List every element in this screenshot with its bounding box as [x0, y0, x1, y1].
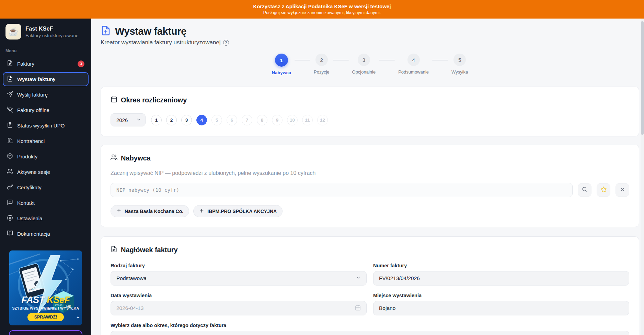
sidebar-item-label: Kontakt	[17, 200, 35, 206]
favorite-button[interactable]	[597, 183, 610, 197]
okres-label: Wybierz datę albo okres, którego dotyczy…	[111, 323, 629, 328]
sidebar-item-produkty[interactable]: Produkty	[3, 149, 89, 164]
sidebar-item-label: Faktury offline	[17, 107, 49, 113]
vertical-scrollbar[interactable]	[641, 19, 644, 335]
plus-icon	[199, 208, 204, 214]
sidebar-item-label: Aktywne sesje	[17, 169, 50, 175]
month-button-3[interactable]: 3	[181, 115, 192, 125]
favorite-buyer-chip[interactable]: Nasza Basia Kochana Co.	[111, 205, 189, 217]
app-name: Fast KSeF	[25, 25, 79, 32]
building-icon	[7, 137, 13, 145]
page-title: Wystaw fakturę	[115, 26, 186, 37]
sidebar-item-label: Dokumentacja	[17, 231, 50, 237]
month-button-9: 9	[272, 115, 283, 125]
users-icon	[111, 154, 117, 163]
sidebar-item-kontakt[interactable]: Kontakt	[3, 196, 89, 210]
test-mode-banner: Korzystasz z Aplikacji Podatnika KSeF w …	[0, 0, 644, 19]
sidebar-item-certyfikaty[interactable]: Certyfikaty	[3, 180, 89, 194]
data-wystawienia-field[interactable]: 2026-04-13	[111, 301, 367, 315]
file-text-icon	[7, 60, 13, 67]
key-icon	[7, 184, 13, 191]
sidebar: ☕ Fast KSeF Faktury ustrukturyzowane Men…	[0, 19, 91, 335]
period-card-title: Okres rozliczeniowy	[111, 96, 629, 104]
promo-banner[interactable]: FAKTURA PDF 1 0 1 1 0 1 0 1 0 0 1 1 1 0 …	[9, 250, 82, 325]
miejsce-wystawienia-label: Miejsce wystawienia	[373, 293, 629, 298]
step-pozycje[interactable]: 2 Pozycje	[314, 54, 330, 75]
sidebar-item-faktury-offline[interactable]: Faktury offline	[3, 103, 89, 117]
year-select[interactable]: 2026	[111, 113, 146, 126]
main-content: Wystaw fakturę Kreator wystawiania faktu…	[91, 19, 644, 335]
month-button-10: 10	[287, 115, 298, 125]
sidebar-item-kontrahenci[interactable]: Kontrahenci	[3, 134, 89, 148]
step-wysylka[interactable]: 5 Wysyłka	[451, 54, 468, 75]
step-opcjonalnie[interactable]: 3 Opcjonalnie	[352, 54, 376, 75]
coffee-cup-icon: ☕	[5, 24, 21, 40]
period-card: Okres rozliczeniowy 2026 1 2 3 4 5 6 7 8…	[101, 87, 639, 136]
sidebar-item-ustawienia[interactable]: Ustawienia	[3, 211, 89, 225]
step-nabywca[interactable]: 1 Nabywca	[272, 54, 291, 75]
month-button-1[interactable]: 1	[151, 115, 162, 125]
message-plus-icon	[7, 199, 13, 206]
promo-tagline: SZYBKIE WYSTAWIENIE I WYSYŁKA	[9, 306, 82, 310]
rodzaj-faktury-select[interactable]: Podstawowa	[111, 271, 367, 286]
month-button-7: 7	[242, 115, 252, 125]
banner-title: Korzystasz z Aplikacji Podatnika KSeF w …	[253, 3, 391, 9]
month-button-4-selected[interactable]: 4	[196, 115, 207, 125]
buyer-card: Nabywca Zacznij wpisywać NIP — podpowied…	[101, 145, 639, 227]
sidebar-bottom-button[interactable]	[9, 330, 82, 335]
file-plus-icon	[101, 25, 111, 37]
sidebar-item-label: Status wysyłki i UPO	[17, 123, 65, 129]
scrollbar-thumb[interactable]	[641, 21, 644, 135]
wizard-stepper: 1 Nabywca 2 Pozycje 3 Opcjonalnie 4 Pods…	[101, 54, 639, 75]
faktury-count-badge: 3	[78, 60, 84, 67]
month-picker: 1 2 3 4 5 6 7 8 9 10 11 12	[151, 115, 328, 125]
nip-input[interactable]	[111, 183, 573, 197]
numer-faktury-input[interactable]	[373, 271, 629, 286]
sidebar-item-wyslij-fakture[interactable]: Wyślij fakturę	[3, 88, 89, 102]
sparkle-icon: ✦	[76, 315, 80, 320]
page-subtitle: Kreator wystawiania faktury ustrukturyzo…	[101, 39, 639, 46]
favorite-buyer-chip[interactable]: IBPM.PRO SPÓŁKA AKCYJNA	[193, 205, 283, 217]
step-connector	[379, 60, 395, 60]
app-logo[interactable]: ☕ Fast KSeF Faktury ustrukturyzowane	[0, 19, 91, 44]
sidebar-item-label: Ustawienia	[17, 215, 42, 221]
sidebar-item-faktury[interactable]: Faktury 3	[3, 57, 89, 71]
rodzaj-faktury-label: Rodzaj faktury	[111, 263, 367, 268]
sidebar-item-label: Wystaw fakturę	[17, 76, 55, 82]
okres-select[interactable]: Data wystawienia = data wykonania czynno…	[111, 331, 629, 335]
month-button-2[interactable]: 2	[166, 115, 177, 125]
data-wystawienia-label: Data wystawienia	[111, 293, 367, 298]
package-icon	[7, 153, 13, 160]
month-button-11: 11	[302, 115, 313, 125]
sidebar-item-status-upo[interactable]: Status wysyłki i UPO	[3, 119, 89, 133]
step-podsumowanie[interactable]: 4 Podsumowanie	[398, 54, 429, 75]
month-button-12: 12	[317, 115, 328, 125]
file-plus-icon	[7, 76, 13, 83]
step-connector	[295, 60, 310, 60]
invoice-header-card: Nagłówek faktury Rodzaj faktury Podstawo…	[101, 236, 639, 335]
app-tagline: Faktury ustrukturyzowane	[25, 33, 79, 38]
month-button-8: 8	[257, 115, 267, 125]
promo-cta-button[interactable]: SPRAWDŹ!	[27, 313, 64, 321]
promo-title: FAST KSeF	[9, 295, 82, 305]
sidebar-item-aktywne-sesje[interactable]: Aktywne sesje	[3, 165, 89, 179]
step-connector	[333, 60, 349, 60]
miejsce-wystawienia-input[interactable]	[373, 301, 629, 315]
menu-section-label: Menu	[0, 44, 91, 56]
send-icon	[7, 91, 13, 98]
sidebar-item-dokumentacja[interactable]: Dokumentacja	[3, 227, 89, 241]
search-button[interactable]	[578, 183, 591, 197]
chevron-down-icon	[136, 117, 141, 123]
plus-icon	[116, 208, 122, 214]
banner-subtitle: Posługuj się wyłącznie zanonimizowanymi,…	[263, 10, 381, 15]
buyer-card-title: Nabywca	[111, 154, 629, 163]
clear-button[interactable]	[616, 183, 629, 197]
sidebar-item-label: Faktury	[17, 61, 34, 67]
help-icon[interactable]: ?	[223, 40, 229, 46]
calendar-icon	[111, 96, 117, 104]
month-button-5: 5	[211, 115, 222, 125]
file-text-icon	[111, 246, 117, 254]
sidebar-item-wystaw-fakture[interactable]: Wystaw fakturę	[3, 72, 89, 86]
calendar-icon[interactable]	[355, 305, 361, 312]
book-icon	[7, 230, 13, 237]
